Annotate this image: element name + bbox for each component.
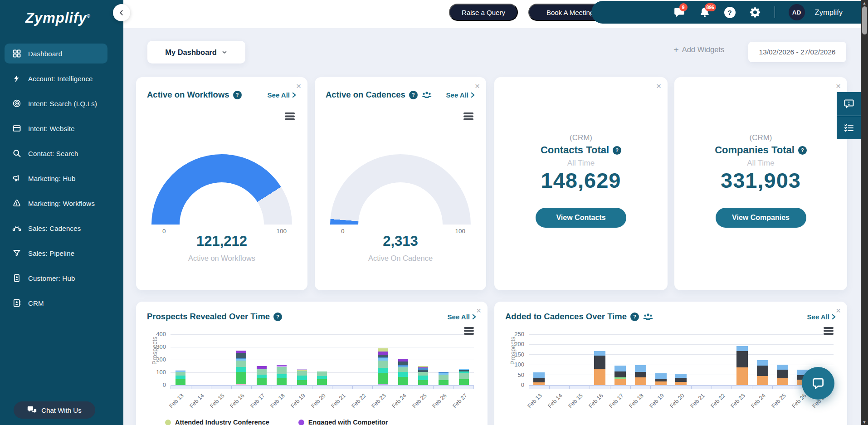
bar-segment [736,367,748,385]
close-icon[interactable]: × [475,82,480,90]
help-icon[interactable]: ? [798,146,807,155]
x-tick [610,386,631,389]
scrollbar-thumb[interactable] [862,6,867,34]
messages-badge: 9 [679,3,688,11]
scrollbar[interactable]: ▲ ▼ [861,0,868,425]
sidebar-item-account-intelligence[interactable]: Account: Intelligence [5,68,107,88]
bar-feb-22[interactable] [352,334,373,385]
bar-feb-15[interactable] [211,334,231,385]
sidebar-item-dashboard[interactable]: Dashboard [5,44,107,64]
sidebar-item-label: Sales: Pipeline [28,249,74,257]
date-range-picker[interactable]: 13/02/2026 - 27/02/2026 [748,42,846,62]
chat-float-button[interactable] [802,367,834,400]
bar-feb-27[interactable] [454,334,474,385]
bar-feb-20[interactable] [312,334,332,385]
user-avatar[interactable]: AD [789,4,805,20]
bar-feb-23[interactable] [732,334,752,385]
bar-feb-20[interactable] [671,334,692,385]
chart-menu-icon[interactable] [824,327,834,335]
topbar-divider [775,6,775,18]
bar-feb-19[interactable] [651,334,671,385]
bar-feb-18[interactable] [630,334,651,385]
active-cadences-card: × Active on Cadences ? See All 0 100 2,3… [315,77,486,290]
bar-feb-25[interactable] [413,334,434,385]
view-companies-button[interactable]: View Companies [716,208,806,228]
bar-feb-13[interactable] [171,334,191,385]
sidebar-item-intent-website[interactable]: Intent: Website [5,118,107,138]
bar-feb-24[interactable] [393,334,414,385]
scroll-up-icon[interactable]: ▲ [861,0,868,6]
sidebar-item-marketing-workflows[interactable]: Marketing: Workflows [5,193,107,213]
chart-menu-icon[interactable] [463,112,473,120]
bar-feb-14[interactable] [191,334,211,385]
bar-feb-21[interactable] [691,334,712,385]
bar-feb-17[interactable] [251,334,272,385]
bar-feb-16[interactable] [231,334,252,385]
close-icon[interactable]: × [836,82,841,90]
help-icon[interactable]: ? [613,146,621,155]
bar-feb-21[interactable] [332,334,353,385]
sidebar-item-crm[interactable]: CRM [5,293,107,313]
bar-feb-14[interactable] [549,334,570,385]
close-icon[interactable]: × [656,82,661,90]
raise-query-button[interactable]: Raise a Query [449,4,518,21]
help-icon[interactable]: ? [273,313,282,321]
checklist-icon [844,122,854,133]
account-name[interactable]: Zymplify [815,8,843,17]
see-all-link[interactable]: See All [448,313,477,321]
topbar-user-cluster: 9 896 ? AD Zymplify [591,1,861,24]
close-icon[interactable]: × [296,82,301,90]
legend-item-attended-industry-conference[interactable]: Attended Industry Conference [165,419,269,425]
scroll-down-icon[interactable]: ▼ [861,419,868,425]
chevron-down-icon [221,49,228,55]
feedback-tab[interactable] [837,92,861,116]
bar-feb-15[interactable] [570,334,590,385]
sidebar-item-sales-cadences[interactable]: Sales: Cadences [5,218,107,238]
legend-item-engaged-with-competitor[interactable]: Engaged with Competitor [298,419,388,425]
see-all-link[interactable]: See All [446,91,475,99]
bar-feb-25[interactable] [773,334,793,385]
help-icon[interactable]: ? [233,91,242,99]
sidebar-item-marketing-hub[interactable]: Marketing: Hub [5,168,107,188]
see-all-link[interactable]: See All [268,91,297,99]
help-icon[interactable]: ? [630,313,639,321]
close-icon[interactable]: × [836,306,841,315]
chart-menu-icon[interactable] [464,327,474,335]
bar-feb-16[interactable] [590,334,610,385]
messages-button[interactable]: 9 [673,6,685,18]
help-button[interactable]: ? [724,7,736,18]
x-tick [373,386,393,389]
x-tick-label: Feb 14 [547,392,564,409]
bar-feb-23[interactable] [373,334,393,385]
sidebar-item-contact-search[interactable]: Contact: Search [5,143,107,163]
sidebar-nav: DashboardAccount: IntelligenceIntent: Se… [0,44,123,318]
sidebar-collapse-button[interactable] [113,4,130,21]
bar-segment [777,378,788,385]
sidebar-item-customer-hub[interactable]: Customer: Hub [5,268,107,288]
chat-with-us-label: Chat With Us [41,406,81,414]
bar-feb-13[interactable] [529,334,549,385]
bar-feb-22[interactable] [712,334,732,385]
see-all-link[interactable]: See All [807,313,836,321]
sidebar-item-sales-pipeline[interactable]: Sales: Pipeline [5,243,107,263]
sidebar-item-intent-search-i-q-ls[interactable]: Intent: Search (I.Q.Ls) [5,93,107,113]
view-contacts-button[interactable]: View Contacts [536,208,626,228]
close-icon[interactable]: × [476,306,481,315]
checklist-tab[interactable] [837,116,861,139]
x-tick [232,386,252,389]
bar-feb-19[interactable] [292,334,312,385]
bar-feb-26[interactable] [434,334,454,385]
y-tick-label: 100 [156,369,166,376]
funnel-icon [12,248,22,258]
bar-feb-17[interactable] [610,334,630,385]
settings-button[interactable] [749,6,761,18]
chart-menu-icon[interactable] [285,112,295,120]
bar-feb-18[interactable] [272,334,292,385]
x-tick [712,386,732,389]
dashboard-selector[interactable]: My Dashboard [147,41,245,64]
chat-with-us-button[interactable]: Chat With Us [14,401,95,419]
add-widgets-button[interactable]: + Add Widgets [673,45,724,54]
help-icon[interactable]: ? [409,91,418,99]
bar-feb-24[interactable] [752,334,773,385]
notifications-button[interactable]: 896 [699,6,711,18]
